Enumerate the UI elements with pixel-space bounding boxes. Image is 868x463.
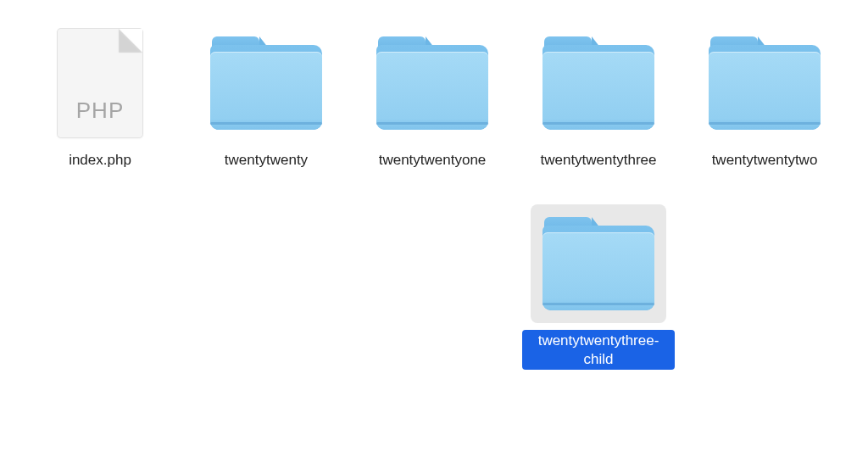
folder-label: twentytwentythree bbox=[533, 149, 663, 170]
folder-icon-wrap bbox=[531, 204, 666, 323]
page-fold-icon bbox=[119, 29, 142, 53]
file-type-label: PHP bbox=[76, 98, 124, 124]
grid-spacer bbox=[183, 204, 349, 205]
file-label: index.php bbox=[62, 149, 138, 170]
php-file-icon: PHP bbox=[58, 29, 142, 137]
folder-icon-wrap bbox=[364, 24, 500, 142]
file-item[interactable]: PHP index.php bbox=[17, 24, 183, 170]
file-icon-grid: PHP index.php twentytwenty twentytwentyo… bbox=[0, 0, 868, 427]
folder-icon bbox=[705, 36, 824, 130]
folder-icon-wrap bbox=[198, 24, 334, 142]
folder-item-selected[interactable]: twentytwentythree-child bbox=[515, 204, 682, 370]
folder-item[interactable]: twentytwenty bbox=[183, 24, 349, 170]
folder-icon bbox=[539, 36, 658, 130]
file-icon-wrap: PHP bbox=[32, 24, 168, 142]
folder-label: twentytwentyone bbox=[372, 149, 493, 170]
folder-label: twentytwenty bbox=[218, 149, 314, 170]
folder-icon bbox=[207, 36, 326, 130]
folder-icon-wrap bbox=[531, 24, 666, 142]
folder-icon-wrap bbox=[697, 24, 832, 142]
folder-item[interactable]: twentytwentyone bbox=[349, 24, 515, 170]
folder-icon bbox=[539, 217, 658, 310]
folder-item[interactable]: twentytwentytwo bbox=[682, 24, 848, 170]
folder-label: twentytwentytwo bbox=[705, 149, 825, 170]
folder-label: twentytwentythree-child bbox=[522, 330, 675, 370]
folder-icon bbox=[373, 36, 492, 130]
grid-spacer bbox=[17, 204, 183, 205]
folder-item[interactable]: twentytwentythree bbox=[515, 24, 682, 170]
grid-spacer bbox=[349, 204, 515, 205]
